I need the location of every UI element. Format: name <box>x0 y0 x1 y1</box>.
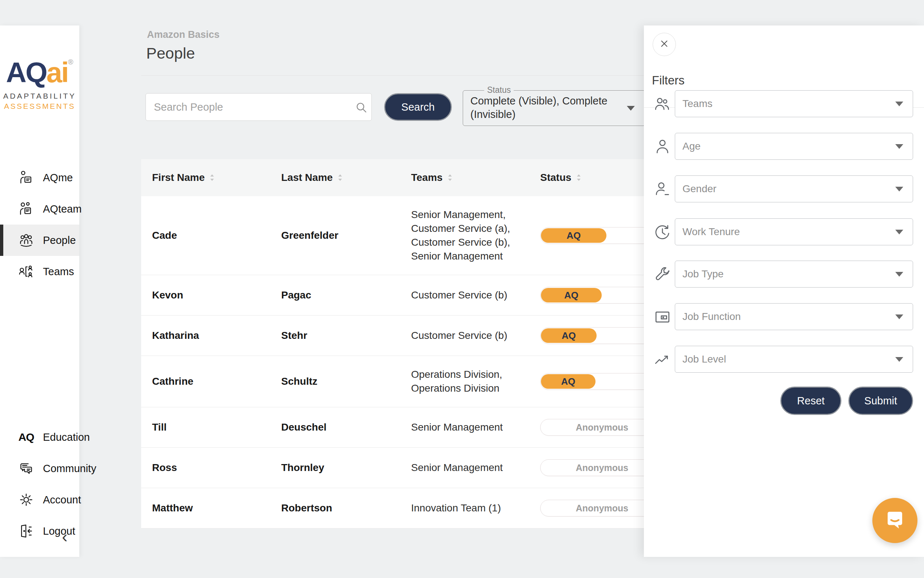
sidebar-item-label: AQteam <box>43 203 81 215</box>
sidebar-item-aqteam[interactable]: AQteam <box>0 193 79 224</box>
sidebar-item-people[interactable]: People <box>0 224 79 256</box>
sidebar-item-teams[interactable]: Teams <box>0 256 79 287</box>
filters-panel: Filters Teams Age Gen <box>644 26 924 557</box>
close-icon <box>659 38 670 50</box>
column-header-first-name[interactable]: First Name <box>152 172 281 183</box>
sidebar-item-label: Community <box>43 463 96 475</box>
org-chart-icon <box>18 263 34 279</box>
column-header-last-name[interactable]: Last Name <box>281 172 411 183</box>
search-button[interactable]: Search <box>384 93 452 121</box>
cell-last-name: Thornley <box>281 462 411 474</box>
status-filter-select[interactable]: Status Complete (Visible), Complete (Inv… <box>463 90 645 126</box>
logo-ai-text: ai <box>47 57 68 88</box>
cell-first-name: Matthew <box>152 502 281 514</box>
sidebar-item-account[interactable]: Account <box>0 484 79 515</box>
brand-tagline-2: ASSESSMENTS <box>0 102 79 110</box>
sort-icon <box>576 174 582 182</box>
status-badge-label: Anonymous <box>576 422 628 433</box>
cell-teams: Operations Division,Operations Division <box>411 368 540 395</box>
breadcrumb: Amazon Basics <box>147 29 220 41</box>
sidebar-item-community[interactable]: Community <box>0 453 79 484</box>
page-title: People <box>146 44 195 62</box>
cell-last-name: Schultz <box>281 376 411 387</box>
job-type-select[interactable]: Job Type <box>675 261 913 287</box>
cell-first-name: Kevon <box>152 289 281 301</box>
filter-field-job-level: Job Level <box>644 346 924 373</box>
filters-title: Filters <box>652 73 685 88</box>
logo-aq-text: AQ <box>6 57 47 88</box>
gender-icon <box>653 180 672 198</box>
status-badge-label: Anonymous <box>576 463 628 473</box>
work-tenure-select[interactable]: Work Tenure <box>675 218 913 245</box>
sidebar-item-label: Account <box>43 494 81 506</box>
people-group-icon <box>18 232 34 248</box>
job-function-card-icon <box>653 308 672 326</box>
search-icon <box>355 101 367 114</box>
close-filters-button[interactable] <box>653 33 676 56</box>
cell-teams: Senior Management,Customer Service (a),C… <box>411 208 540 263</box>
teams-select[interactable]: Teams <box>675 90 913 117</box>
status-badge-label: Anonymous <box>576 503 628 513</box>
chat-fab-button[interactable] <box>872 498 918 543</box>
sort-icon <box>447 174 453 182</box>
sidebar-collapse-chevron[interactable]: ‹ <box>55 526 75 547</box>
status-progress-fill: AQ <box>541 328 597 343</box>
sidebar-nav: AQme AQteam People Teams <box>0 162 79 287</box>
column-header-teams[interactable]: Teams <box>411 172 540 183</box>
brand-logo: AQai® ADAPTABILITY ASSESSMENTS <box>0 58 79 110</box>
chat-bubbles-icon <box>18 460 34 476</box>
filter-field-gender: Gender <box>644 175 924 202</box>
logout-door-icon <box>18 523 34 539</box>
cell-last-name: Deuschel <box>281 422 411 433</box>
aq-wordmark-icon: AQ <box>18 429 34 445</box>
gear-icon <box>18 492 34 508</box>
cell-teams: Customer Service (b) <box>411 329 540 343</box>
sort-icon <box>209 174 215 182</box>
cell-last-name: Robertson <box>281 502 411 514</box>
people-document-icon <box>18 201 34 217</box>
job-type-wrench-icon <box>653 265 672 284</box>
brand-tagline-1: ADAPTABILITY <box>0 92 79 101</box>
status-badge-label: AQ <box>564 290 578 301</box>
chevron-down-icon <box>895 315 903 319</box>
app-window: AQai® ADAPTABILITY ASSESSMENTS AQme AQte… <box>0 0 924 578</box>
status-badge-label: AQ <box>567 230 581 241</box>
chat-bubble-icon <box>883 508 907 533</box>
sort-icon <box>337 174 343 182</box>
cell-last-name: Greenfelder <box>281 230 411 241</box>
sidebar-item-education[interactable]: AQ Education <box>0 422 79 453</box>
job-level-select[interactable]: Job Level <box>675 346 913 373</box>
status-badge-label: AQ <box>561 376 576 387</box>
teams-icon <box>653 95 672 113</box>
job-level-trend-icon <box>653 351 672 369</box>
job-function-select[interactable]: Job Function <box>675 303 913 330</box>
search-input[interactable] <box>146 93 372 121</box>
submit-button[interactable]: Submit <box>848 386 913 415</box>
filter-field-job-type: Job Type <box>644 261 924 287</box>
cell-first-name: Cathrine <box>152 376 281 387</box>
cell-teams: Innovation Team (1) <box>411 501 540 515</box>
chevron-down-icon <box>895 230 903 234</box>
cell-first-name: Katharina <box>152 330 281 341</box>
work-tenure-clock-icon <box>653 223 672 241</box>
sidebar-item-label: AQme <box>43 172 73 184</box>
cell-teams: Senior Management <box>411 461 540 475</box>
cell-first-name: Cade <box>152 230 281 241</box>
person-document-icon <box>18 170 34 186</box>
chevron-down-icon <box>895 272 903 277</box>
gender-select[interactable]: Gender <box>675 175 913 202</box>
sidebar-item-label: Education <box>43 431 90 443</box>
registered-mark: ® <box>68 58 73 66</box>
chevron-down-icon <box>627 106 635 110</box>
filter-field-age: Age <box>644 133 924 160</box>
status-progress-fill: AQ <box>541 288 602 302</box>
chevron-down-icon <box>895 357 903 362</box>
reset-button[interactable]: Reset <box>780 386 841 415</box>
chevron-down-icon <box>895 187 903 192</box>
status-select-label: Status <box>484 85 514 95</box>
sidebar-item-label: People <box>43 234 76 247</box>
filter-field-job-function: Job Function <box>644 303 924 330</box>
sidebar-item-aqme[interactable]: AQme <box>0 162 79 193</box>
age-select[interactable]: Age <box>675 133 913 160</box>
cell-last-name: Pagac <box>281 289 411 301</box>
